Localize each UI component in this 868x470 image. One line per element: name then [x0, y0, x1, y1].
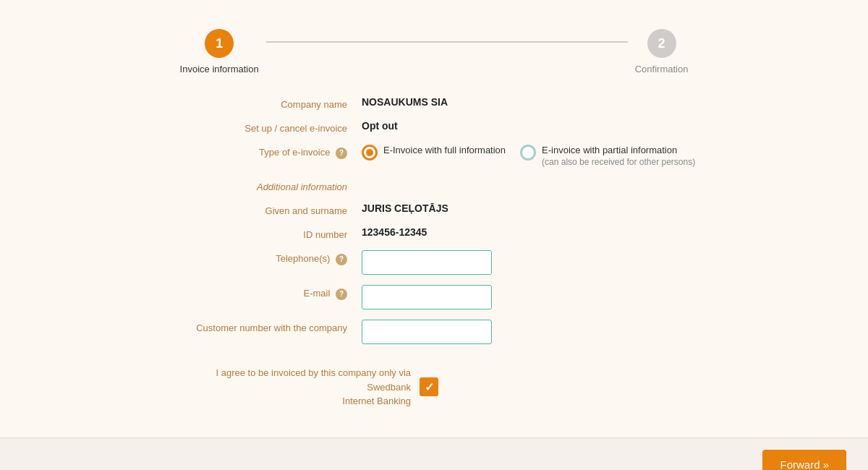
setup-cancel-label: Set up / cancel e-invoice — [159, 120, 362, 134]
footer: Forward » — [0, 437, 868, 470]
step-1: 1 Invoice information — [180, 29, 259, 74]
agree-label: I agree to be invoiced by this company o… — [174, 366, 420, 409]
radio-full-label: E-Invoice with full information — [383, 144, 506, 157]
id-number-value: 123456-12345 — [362, 226, 427, 238]
telephone-label: Telephone(s) ? — [159, 250, 362, 265]
check-icon: ✓ — [425, 380, 434, 394]
step-line — [266, 41, 628, 43]
radio-partial-option[interactable]: E-invoice with partial information (can … — [520, 144, 695, 167]
invoice-type-help-icon[interactable]: ? — [336, 148, 347, 159]
radio-full-circle — [362, 145, 378, 161]
progress-bar: 1 Invoice information 2 Confirmation — [0, 14, 868, 96]
radio-partial-circle — [520, 145, 536, 161]
email-input[interactable] — [362, 285, 492, 309]
customer-number-input[interactable] — [362, 320, 492, 344]
step-1-circle: 1 — [205, 29, 234, 58]
id-number-label: ID number — [159, 226, 362, 240]
additional-info-label: Additional information — [159, 179, 362, 192]
setup-cancel-value: Opt out — [362, 120, 398, 132]
given-surname-value: JURIS CEĻOTĀJS — [362, 202, 448, 214]
email-label: E-mail ? — [159, 285, 362, 300]
radio-group: E-Invoice with full information E-invoic… — [362, 144, 695, 167]
telephone-row: Telephone(s) ? — [159, 250, 709, 275]
radio-partial-sublabel: (can also be received for other persons) — [542, 157, 695, 167]
agree-checkbox[interactable]: ✓ — [420, 377, 438, 396]
invoice-type-row: Type of e-invoice ? E-Invoice with full … — [159, 144, 709, 167]
company-name-label: Company name — [159, 96, 362, 110]
given-surname-label: Given and surname — [159, 202, 362, 216]
setup-cancel-row: Set up / cancel e-invoice Opt out — [159, 120, 709, 134]
customer-number-row: Customer number with the company — [159, 320, 709, 344]
email-row: E-mail ? — [159, 285, 709, 309]
form-area: Company name NOSAUKUMS SIA Set up / canc… — [145, 96, 723, 409]
radio-partial-text: E-invoice with partial information (can … — [542, 144, 695, 167]
radio-partial-label: E-invoice with partial information — [542, 144, 695, 157]
customer-number-label: Customer number with the company — [159, 320, 362, 333]
step-2-circle: 2 — [647, 29, 676, 58]
forward-button[interactable]: Forward » — [762, 450, 846, 470]
id-number-row: ID number 123456-12345 — [159, 226, 709, 240]
radio-full-option[interactable]: E-Invoice with full information — [362, 144, 506, 161]
email-help-icon[interactable]: ? — [336, 289, 347, 300]
step-2: 2 Confirmation — [635, 29, 689, 74]
given-surname-row: Given and surname JURIS CEĻOTĀJS — [159, 202, 709, 216]
company-name-value: NOSAUKUMS SIA — [362, 96, 448, 108]
company-name-row: Company name NOSAUKUMS SIA — [159, 96, 709, 110]
invoice-type-label: Type of e-invoice ? — [159, 144, 362, 159]
step-2-label: Confirmation — [635, 64, 689, 74]
agree-area: I agree to be invoiced by this company o… — [159, 366, 709, 409]
telephone-input[interactable] — [362, 250, 492, 275]
telephone-help-icon[interactable]: ? — [336, 254, 347, 265]
additional-info-row: Additional information — [159, 179, 709, 192]
step-1-label: Invoice information — [180, 64, 259, 74]
